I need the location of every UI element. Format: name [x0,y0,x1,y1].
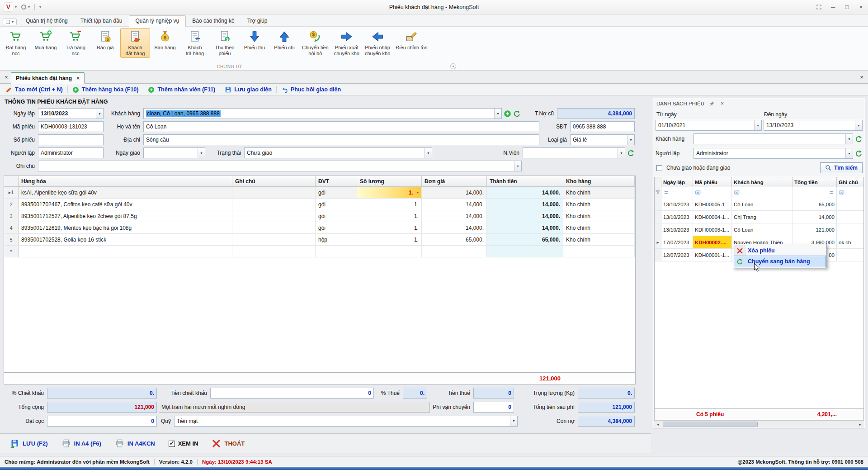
refresh-nvien-icon[interactable] [627,149,635,157]
ngay-giao-combo[interactable]: ▾ [143,147,205,158]
amount-in-words-field[interactable]: Một trăm hai mươi mốt nghìn đồng [159,402,430,413]
action-thêm-nhân-viên-f11[interactable]: Thêm nhân viên (F11) [146,86,217,93]
n-vien-combo[interactable]: ▾ [523,147,625,158]
grid-row-3[interactable]: 38935001712527, Alpenlibe kẹo 2chew gói … [4,210,635,222]
dia-chi-field[interactable]: Sông cầu [143,134,539,145]
chevron-down-icon[interactable]: ▾ [425,148,432,158]
button-thoát[interactable]: THOÁT [207,439,249,448]
grid-col-header-kho-hàng[interactable]: Kho hàng [563,176,635,186]
ghi-chu-field[interactable]: ▾ [38,161,522,171]
ribbon-button-mua-hàng[interactable]: Mua hàng [31,28,61,52]
action-tạo-mới-ctrl-n[interactable]: Tạo mới (Ctrl + N) [4,86,65,93]
filter-cell-ghi-chú[interactable]: A [837,187,863,198]
ribbon-button-báo-giá[interactable]: $Báo giá [90,28,120,52]
chevron-down-icon[interactable]: ▾ [627,135,634,145]
panel-col-header-tổng-tiền[interactable]: Tổng tiền [793,177,837,187]
panel-col-header-khách-hàng[interactable]: Khách hàng [732,177,793,187]
ribbon-tab-quản-lý-nghiệp-vụ[interactable]: Quản lý nghiệp vụ [129,15,186,27]
chevron-down-icon[interactable]: ▾ [510,416,517,426]
filter-cell-ngày-lập[interactable] [661,187,693,198]
action-phục-hồi-giao-diện[interactable]: Phục hồi giao diện [279,86,343,93]
filter-cell-tổng-tiền[interactable] [793,187,837,198]
refresh-panel-nguoi-lap-icon[interactable] [855,150,863,157]
chevron-down-icon[interactable]: ▾ [198,148,205,158]
pct-thue-field[interactable]: 0. [403,388,427,399]
grid-col-header-hàng-hóa[interactable]: Hàng hóa [19,176,232,186]
filter-cell-khách-hàng[interactable]: A [732,187,793,198]
close-icon[interactable]: × [858,4,864,10]
den-ngay-combo[interactable]: 13/10/2023 ▾ [764,120,863,131]
chevron-down-icon[interactable]: ▾ [855,120,862,130]
ribbon-button-đặt-hàng-ncc[interactable]: Đặt hàng ncc [1,28,31,58]
panel-col-header-ghi-chú[interactable]: Ghi chú [837,177,863,187]
ribbon-button-khách-trả-hàng[interactable]: Khách trả hàng [180,28,210,58]
chevron-down-icon[interactable]: ▾ [28,5,30,9]
button-in-a4-f6[interactable]: IN A4 (F6) [57,439,106,448]
ribbon-button-phiếu-chi[interactable]: Phiếu chi [269,28,299,52]
ribbon-tab-báo-cáo-thống-kê[interactable]: Báo cáo thống kê [186,16,241,26]
ribbon-button-phiếu-xuất-chuyển-kho[interactable]: Phiếu xuất chuyển kho [331,28,362,58]
trang-thai-combo[interactable]: Chưa giao ▾ [244,147,432,158]
panel-col-header-mã-phiếu[interactable]: Mã phiếu [693,177,732,187]
grid-col-header-số-lượng[interactable]: Số lượng [357,176,422,186]
maximize-icon[interactable]: □ [844,4,850,10]
ribbon-button-khách-đặt-hàng[interactable]: Khách đặt hàng [120,28,150,58]
panel-khach-hang-combo[interactable]: ▾ [693,133,853,144]
panel-row-2[interactable]: 13/10/2023KDH00004-1...Chị Trang14,000 [655,211,863,223]
tu-ngay-combo[interactable]: 01/10/2021 ▾ [656,120,762,131]
sdt-field[interactable]: 0965 388 888 [570,121,635,132]
chevron-down-icon[interactable]: ▾ [754,120,761,130]
tien-chiet-khau-field[interactable]: 0 [210,388,374,399]
action-thêm-hàng-hóa-f10[interactable]: Thêm hàng hóa (F10) [71,86,141,93]
ribbon-tab-thiết-lập-ban-đầu[interactable]: Thiết lập ban đầu [74,16,129,26]
panel-row-1[interactable]: 13/10/2023KDH00005-1...Cô Loan65,000 [655,198,863,211]
button-lưu-f2[interactable]: LƯU (F2) [5,439,52,448]
close-tab-right-icon[interactable]: × [857,72,866,82]
scroll-right-icon[interactable]: ▸ [856,422,864,427]
so-phieu-field[interactable] [38,134,104,145]
loai-gia-combo[interactable]: Giá lẻ ▾ [570,134,635,145]
doc-tab-phieu-khach-dat-hang[interactable]: Phiếu khách đặt hàng × [11,72,85,84]
ribbon-button-phiếu-thu[interactable]: Phiếu thu [240,28,269,52]
refresh-customer-icon[interactable] [513,110,521,118]
grid-new-row[interactable]: * [4,246,635,257]
grid-row-2[interactable]: 28935001702467, Cofitos kẹo café sữa gói… [4,199,635,210]
ribbon-button-trả-hàng-ncc[interactable]: Trả hàng ncc [61,28,90,58]
grid-row-5[interactable]: 58935001702528, Golia kẹo 16 stickhộp1.6… [4,234,635,246]
filter-cell-indicator[interactable] [655,187,661,198]
context-menu-item-xóa-phiếu[interactable]: Xóa phiếu [734,245,826,256]
minimize-icon[interactable]: ─ [830,4,836,10]
scroll-left-icon[interactable]: ◂ [654,422,662,427]
tim-kiem-button[interactable]: Tìm kiếm [820,162,863,173]
dat-coc-field[interactable]: 0 [47,416,157,427]
ribbon-tab-trợ-giúp[interactable]: Trợ giúp [241,16,274,26]
button-xem-in[interactable]: XEM IN [164,440,203,447]
ribbon-button-điều-chỉnh-tồn[interactable]: Điều chỉnh tồn [393,28,430,52]
chua-giao-checkbox-label[interactable]: Chưa giao hoặc đang giao [666,165,730,171]
filter-cell-mã-phiếu[interactable]: A [693,187,732,198]
group-dialog-launcher-icon[interactable]: ▾ [450,63,456,69]
ribbon-tab-quản-trị-hệ-thống[interactable]: Quản trị hệ thống [19,16,74,26]
context-menu-item-chuyển-sang-bán-hàng[interactable]: Chuyển sang bán hàng [734,256,826,267]
refresh-panel-khach-hang-icon[interactable] [855,135,863,143]
chevron-down-icon[interactable]: ▾ [845,134,853,144]
xem-in-checkbox[interactable] [169,441,175,447]
ribbon-button-thu-theo-phiếu[interactable]: $Thu theo phiếu [210,28,240,58]
grid-col-header-ghi-chú[interactable]: Ghi chú [232,176,316,186]
pin-icon[interactable] [709,101,715,107]
pct-chiet-khau-field[interactable]: 0. [47,388,157,399]
toolbar-overflow-icon[interactable]: ▾ [39,5,41,9]
scale-icon[interactable] [816,4,822,10]
chevron-down-icon[interactable]: ▾ [15,5,17,9]
app-menu-button[interactable]: ▾ [3,19,17,25]
ngay-lap-combo[interactable]: 13/10/2023 ▾ [38,108,104,119]
app-logo-icon[interactable]: V [4,2,13,12]
chua-giao-checkbox[interactable] [656,165,662,171]
horizontal-scrollbar[interactable]: ◂ ▸ [654,420,864,428]
close-tab-left-icon[interactable]: × [2,72,11,82]
grid-col-header-thành-tiền[interactable]: Thành tiền [487,176,563,186]
action-lưu-giao-diện[interactable]: Lưu giao diện [223,86,274,93]
chevron-down-icon[interactable]: ▾ [494,109,501,119]
ribbon-button-chuyển-tiền-nội-bộ[interactable]: $Chuyển tiền nội bộ [299,28,331,58]
add-customer-icon[interactable] [504,110,511,118]
